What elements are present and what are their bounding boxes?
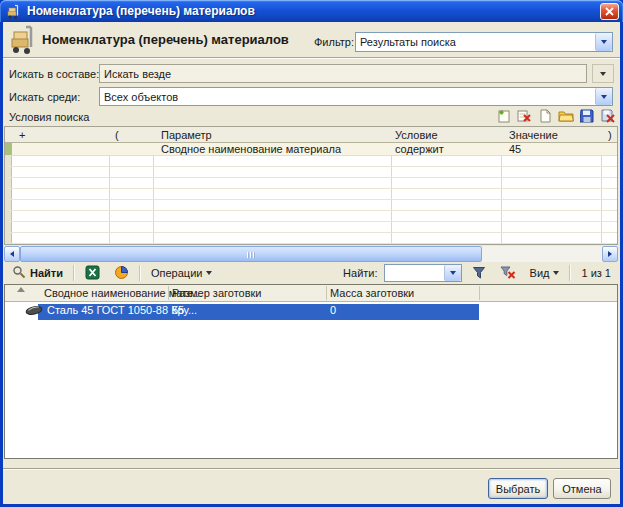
col-blank-mass[interactable]: Масса заготовки [330, 287, 414, 299]
filter-combobox-value: Результаты поиска [356, 36, 595, 48]
view-chevron-down-icon [553, 271, 559, 275]
page-title: Номенклатура (перечень) материалов [42, 32, 289, 47]
col-plus[interactable]: + [19, 129, 25, 141]
cancel-button[interactable]: Отмена [553, 478, 611, 499]
conditions-grid[interactable]: + ( Параметр Условие Значение ) Сводное … [4, 126, 618, 245]
footer-divider [3, 468, 620, 470]
record-counter: 1 из 1 [577, 267, 615, 279]
report-button[interactable] [110, 263, 133, 284]
result-blank-size[interactable]: 55 [172, 304, 184, 316]
filter-icon [472, 266, 486, 281]
toolbar-divider [569, 265, 571, 281]
material-icon [25, 305, 43, 318]
horizontal-scrollbar[interactable] [4, 246, 618, 262]
conditions-empty-rows[interactable] [5, 156, 617, 244]
results-grid-header[interactable]: Сводное наименование мате... Размер заго… [5, 285, 617, 302]
save-conditions-icon[interactable] [578, 108, 596, 123]
select-button[interactable]: Выбрать [488, 478, 548, 499]
condition-row[interactable]: Сводное наименование материала содержит … [5, 143, 617, 156]
titlebar[interactable]: Номенклатура (перечень) материалов [0, 0, 623, 22]
delete-condition-icon[interactable] [515, 108, 533, 123]
new-conditions-icon[interactable] [536, 108, 554, 123]
scroll-right-button[interactable] [602, 246, 618, 262]
quick-find-label: Найти: [343, 267, 377, 279]
col-parameter[interactable]: Параметр [161, 129, 212, 141]
toolbar-divider [73, 265, 75, 281]
result-blank-mass[interactable]: 0 [330, 304, 336, 316]
operations-chevron-down-icon [206, 271, 212, 275]
scope-dropdown-button[interactable] [592, 64, 614, 83]
among-label: Искать среди: [9, 91, 80, 103]
scope-label: Искать в составе: [9, 68, 99, 80]
find-button[interactable]: Найти [8, 263, 67, 283]
excel-icon [85, 265, 100, 282]
quick-find-chevron-down-icon[interactable] [444, 265, 461, 281]
view-button[interactable]: Вид [526, 265, 564, 281]
condition-parameter[interactable]: Сводное наименование материала [161, 143, 341, 155]
clear-filter-icon [500, 266, 516, 281]
among-combobox-value: Всех объектов [100, 91, 595, 103]
col-close-paren[interactable]: ) [608, 129, 612, 141]
scrollbar-thumb[interactable] [20, 246, 482, 262]
apply-filter-button[interactable] [468, 264, 490, 283]
find-button-label: Найти [30, 267, 63, 279]
header-divider [3, 57, 620, 59]
filter-label: Фильтр: [314, 36, 354, 48]
sort-ascending-icon[interactable] [17, 287, 25, 292]
among-combobox[interactable]: Всех объектов [99, 87, 613, 106]
report-icon [114, 265, 129, 282]
add-condition-icon[interactable] [494, 108, 512, 123]
window-cart-icon [6, 4, 22, 19]
condition-operator[interactable]: содержит [395, 143, 444, 155]
clear-conditions-icon[interactable] [599, 108, 617, 123]
condition-value[interactable]: 45 [509, 143, 521, 155]
among-chevron-down-icon[interactable] [595, 88, 612, 105]
col-value[interactable]: Значение [509, 129, 558, 141]
dialog-body: Номенклатура (перечень) материалов Фильт… [3, 22, 620, 504]
open-conditions-icon[interactable] [557, 108, 575, 123]
conditions-grid-header[interactable]: + ( Параметр Условие Значение ) [5, 127, 617, 143]
filter-combobox[interactable]: Результаты поиска [355, 32, 613, 52]
scope-chevron-down-icon [600, 72, 606, 76]
col-condition[interactable]: Условие [395, 129, 438, 141]
filter-chevron-down-icon[interactable] [595, 33, 612, 51]
column-divider [479, 286, 480, 300]
result-row-selected[interactable]: Сталь 45 ГОСТ 1050-88 Кру... 55 0 [5, 302, 617, 318]
conditions-section-label: Условия поиска [9, 111, 89, 123]
clear-filter-button[interactable] [496, 264, 520, 283]
toolbar-divider [139, 265, 141, 281]
actions-toolbar: Найти [3, 263, 620, 283]
excel-export-button[interactable] [81, 263, 104, 284]
current-row-indicator [5, 143, 12, 155]
col-blank-size[interactable]: Размер заготовки [172, 287, 262, 299]
scroll-left-button[interactable] [4, 246, 20, 262]
window-title: Номенклатура (перечень) материалов [27, 4, 600, 18]
results-grid[interactable]: Сводное наименование мате... Размер заго… [4, 284, 618, 459]
scope-field-value: Искать везде [104, 68, 171, 80]
column-divider [326, 286, 327, 300]
quick-find-combobox[interactable] [384, 264, 462, 282]
close-button[interactable] [600, 3, 619, 20]
scope-field[interactable]: Искать везде [99, 64, 587, 83]
search-icon [12, 265, 26, 281]
col-open-paren[interactable]: ( [115, 129, 119, 141]
dialog-window: Номенклатура (перечень) материалов Номен… [0, 0, 623, 507]
operations-button-label: Операции [151, 267, 202, 279]
conditions-toolbar [494, 108, 617, 123]
view-button-label: Вид [530, 267, 550, 279]
operations-button[interactable]: Операции [147, 265, 216, 281]
cart-icon [8, 24, 40, 54]
